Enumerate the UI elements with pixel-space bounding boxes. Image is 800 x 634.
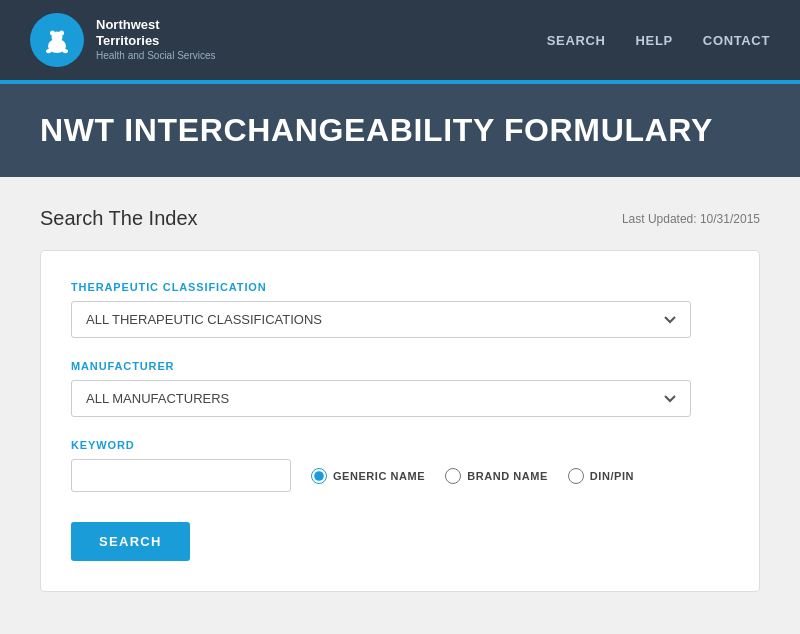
radio-din[interactable]: [568, 468, 584, 484]
nav-contact[interactable]: CONTACT: [703, 33, 770, 48]
radio-brand[interactable]: [445, 468, 461, 484]
section-header: Search The Index Last Updated: 10/31/201…: [40, 207, 760, 230]
logo-icon: [30, 13, 84, 67]
svg-point-3: [50, 31, 55, 36]
radio-brand-label[interactable]: BRAND NAME: [445, 468, 548, 484]
radio-din-text: DIN/PIN: [590, 470, 634, 482]
keyword-row: GENERIC NAME BRAND NAME DIN/PIN: [71, 459, 729, 492]
logo-area: Northwest Territories Health and Social …: [30, 13, 216, 67]
therapeutic-group: THERAPEUTIC CLASSIFICATION ALL THERAPEUT…: [71, 281, 729, 338]
radio-din-label[interactable]: DIN/PIN: [568, 468, 634, 484]
logo-text: Northwest Territories Health and Social …: [96, 17, 216, 62]
bear-svg: [35, 18, 79, 62]
radio-brand-text: BRAND NAME: [467, 470, 548, 482]
manufacturer-select[interactable]: ALL MANUFACTURERS: [71, 380, 691, 417]
therapeutic-select[interactable]: ALL THERAPEUTIC CLASSIFICATIONS: [71, 301, 691, 338]
keyword-label: KEYWORD: [71, 439, 729, 451]
radio-generic-label[interactable]: GENERIC NAME: [311, 468, 425, 484]
last-updated: Last Updated: 10/31/2015: [622, 212, 760, 226]
hero-banner: NWT INTERCHANGEABILITY FORMULARY: [0, 84, 800, 177]
manufacturer-label: MANUFACTURER: [71, 360, 729, 372]
section-title: Search The Index: [40, 207, 198, 230]
page-title: NWT INTERCHANGEABILITY FORMULARY: [40, 112, 760, 149]
logo-subtitle: Health and Social Services: [96, 49, 216, 63]
keyword-group: KEYWORD GENERIC NAME BRAND NAME DIN/PIN: [71, 439, 729, 492]
radio-generic[interactable]: [311, 468, 327, 484]
nav-help[interactable]: HELP: [636, 33, 673, 48]
radio-group: GENERIC NAME BRAND NAME DIN/PIN: [311, 468, 634, 484]
radio-generic-text: GENERIC NAME: [333, 470, 425, 482]
search-button[interactable]: SEARCH: [71, 522, 190, 561]
main-content: Search The Index Last Updated: 10/31/201…: [0, 177, 800, 622]
logo-title-line1: Northwest Territories: [96, 17, 216, 48]
svg-point-4: [59, 31, 64, 36]
main-nav: SEARCH HELP CONTACT: [547, 33, 770, 48]
header: Northwest Territories Health and Social …: [0, 0, 800, 80]
search-form-card: THERAPEUTIC CLASSIFICATION ALL THERAPEUT…: [40, 250, 760, 592]
nav-search[interactable]: SEARCH: [547, 33, 606, 48]
keyword-input[interactable]: [71, 459, 291, 492]
therapeutic-label: THERAPEUTIC CLASSIFICATION: [71, 281, 729, 293]
manufacturer-group: MANUFACTURER ALL MANUFACTURERS: [71, 360, 729, 417]
